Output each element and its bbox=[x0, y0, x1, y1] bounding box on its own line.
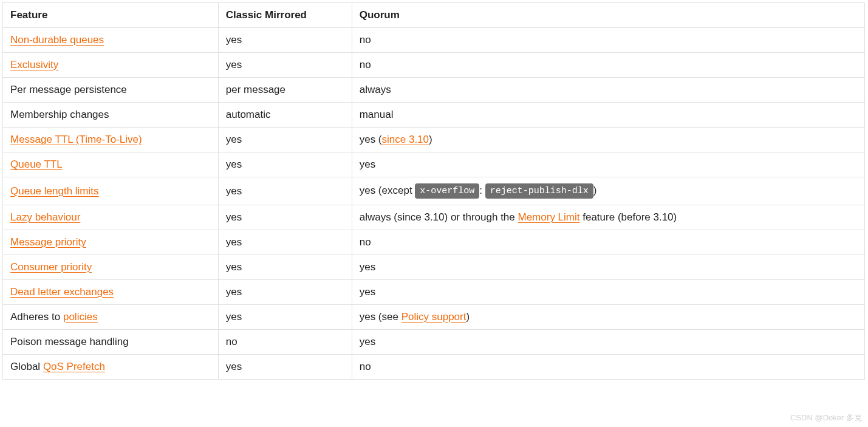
quorum-link[interactable]: since 3.10 bbox=[382, 134, 429, 145]
quorum-link[interactable]: Memory Limit bbox=[518, 211, 580, 223]
quorum-text-suffix: ) bbox=[429, 134, 432, 145]
quorum-text-prefix: yes (except bbox=[360, 185, 415, 196]
quorum-text-suffix: ) bbox=[466, 311, 470, 323]
cell-mirrored: yes bbox=[218, 355, 352, 380]
cell-quorum: always bbox=[352, 78, 864, 103]
table-row: Dead letter exchanges yes yes bbox=[3, 280, 865, 305]
feature-link[interactable]: Dead letter exchanges bbox=[10, 286, 114, 298]
table-row: Poison message handling no yes bbox=[3, 330, 865, 355]
feature-link[interactable]: QoS Prefetch bbox=[43, 361, 105, 372]
cell-quorum: yes (see Policy support) bbox=[352, 305, 864, 330]
feature-text-prefix: Adheres to bbox=[10, 311, 63, 323]
feature-link[interactable]: Lazy behaviour bbox=[10, 211, 80, 223]
cell-feature: Per message persistence bbox=[3, 78, 219, 103]
cell-mirrored: yes bbox=[218, 280, 352, 305]
cell-mirrored: yes bbox=[218, 177, 352, 205]
cell-feature: Global QoS Prefetch bbox=[3, 355, 219, 380]
feature-text-prefix: Global bbox=[10, 361, 43, 372]
quorum-link[interactable]: Policy support bbox=[402, 311, 466, 323]
cell-mirrored: yes bbox=[218, 152, 352, 177]
code-badge: reject-publish-dlx bbox=[485, 183, 593, 199]
header-feature: Feature bbox=[3, 3, 219, 28]
feature-link[interactable]: Message TTL (Time-To-Live) bbox=[10, 134, 142, 145]
header-mirrored: Classic Mirrored bbox=[218, 3, 352, 28]
table-row: Global QoS Prefetch yes no bbox=[3, 355, 865, 380]
cell-feature: Membership changes bbox=[3, 103, 219, 128]
cell-quorum: no bbox=[352, 53, 864, 78]
cell-quorum: yes bbox=[352, 152, 864, 177]
quorum-text-suffix: feature (before 3.10) bbox=[580, 211, 677, 223]
feature-link[interactable]: Message priority bbox=[10, 236, 86, 248]
table-row: Message TTL (Time-To-Live) yes yes (sinc… bbox=[3, 128, 865, 152]
cell-mirrored: per message bbox=[218, 78, 352, 103]
feature-link[interactable]: Consumer priority bbox=[10, 261, 92, 273]
cell-quorum: yes bbox=[352, 330, 864, 355]
cell-mirrored: yes bbox=[218, 230, 352, 255]
cell-quorum: yes bbox=[352, 280, 864, 305]
feature-link[interactable]: Queue TTL bbox=[10, 159, 63, 170]
cell-mirrored: yes bbox=[218, 205, 352, 230]
table-row: Membership changes automatic manual bbox=[3, 103, 865, 128]
feature-link[interactable]: Exclusivity bbox=[10, 59, 58, 70]
table-row: Message priority yes no bbox=[3, 230, 865, 255]
cell-mirrored: yes bbox=[218, 255, 352, 280]
quorum-text-prefix: yes (see bbox=[360, 311, 402, 323]
cell-mirrored: yes bbox=[218, 305, 352, 330]
cell-mirrored: yes bbox=[218, 28, 352, 53]
quorum-text-sep: : bbox=[479, 185, 485, 196]
table-row: Adheres to policies yes yes (see Policy … bbox=[3, 305, 865, 330]
table-row: Exclusivity yes no bbox=[3, 53, 865, 78]
table-row: Lazy behaviour yes always (since 3.10) o… bbox=[3, 205, 865, 230]
feature-link[interactable]: policies bbox=[63, 311, 98, 323]
quorum-text-suffix: ) bbox=[593, 185, 597, 196]
quorum-text-prefix: always (since 3.10) or through the bbox=[360, 211, 518, 223]
cell-quorum: yes (except x-overflow: reject-publish-d… bbox=[352, 177, 864, 205]
cell-quorum: always (since 3.10) or through the Memor… bbox=[352, 205, 864, 230]
cell-quorum: no bbox=[352, 355, 864, 380]
table-row: Queue TTL yes yes bbox=[3, 152, 865, 177]
table-row: Non-durable queues yes no bbox=[3, 28, 865, 53]
cell-quorum: manual bbox=[352, 103, 864, 128]
code-badge: x-overflow bbox=[415, 183, 479, 199]
cell-feature: Poison message handling bbox=[3, 330, 219, 355]
header-quorum: Quorum bbox=[352, 3, 864, 28]
cell-quorum: no bbox=[352, 28, 864, 53]
feature-link[interactable]: Queue length limits bbox=[10, 185, 99, 197]
table-row: Per message persistence per message alwa… bbox=[3, 78, 865, 103]
quorum-text-prefix: yes ( bbox=[360, 134, 382, 145]
cell-feature: Adheres to policies bbox=[3, 305, 219, 330]
cell-mirrored: no bbox=[218, 330, 352, 355]
feature-comparison-table: Feature Classic Mirrored Quorum Non-dura… bbox=[2, 2, 865, 380]
table-header-row: Feature Classic Mirrored Quorum bbox=[3, 3, 865, 28]
cell-mirrored: yes bbox=[218, 53, 352, 78]
cell-mirrored: automatic bbox=[218, 103, 352, 128]
feature-link[interactable]: Non-durable queues bbox=[10, 34, 104, 46]
cell-mirrored: yes bbox=[218, 128, 352, 152]
table-row: Queue length limits yes yes (except x-ov… bbox=[3, 177, 865, 205]
cell-quorum: no bbox=[352, 230, 864, 255]
cell-quorum: yes bbox=[352, 255, 864, 280]
cell-quorum: yes (since 3.10) bbox=[352, 128, 864, 152]
table-row: Consumer priority yes yes bbox=[3, 255, 865, 280]
